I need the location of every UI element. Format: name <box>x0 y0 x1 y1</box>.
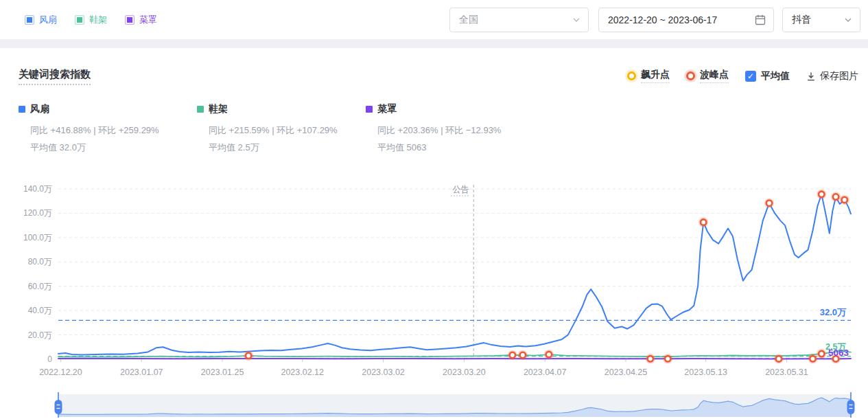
svg-text:5063: 5063 <box>828 348 849 358</box>
surge-point-icon <box>627 71 636 80</box>
svg-text:100.0万: 100.0万 <box>23 233 52 242</box>
svg-text:2023.01.25: 2023.01.25 <box>201 367 244 377</box>
panel-title: 关键词搜索指数 <box>19 68 91 85</box>
stat-card-foodcover: 菜罩 同比 +203.36% | 环比 −12.93% 平均值 5063 <box>366 103 534 156</box>
checkbox-checked-icon: ✓ <box>745 71 756 82</box>
platform-select-value: 抖音 <box>783 14 844 26</box>
series-color-swatch <box>19 106 25 113</box>
svg-text:0: 0 <box>47 354 52 364</box>
stat-average-value: 平均值 2.5万 <box>197 139 365 156</box>
keyword-label: 菜罩 <box>139 14 157 26</box>
svg-text:2023.04.07: 2023.04.07 <box>524 367 567 377</box>
calendar-icon <box>755 14 766 25</box>
svg-text:32.0万: 32.0万 <box>820 307 847 317</box>
stat-average-value: 平均值 5063 <box>366 139 534 156</box>
surge-point-legend[interactable]: 飙升点 <box>627 69 670 83</box>
checkbox-icon <box>75 15 84 25</box>
svg-text:60.0万: 60.0万 <box>28 282 52 291</box>
svg-text:140.0万: 140.0万 <box>23 184 52 194</box>
checkbox-icon <box>125 15 134 25</box>
svg-text:2023.01.07: 2023.01.07 <box>120 367 163 377</box>
chart-legend-controls: 飙升点 波峰点 ✓ 平均值 保存图片 <box>627 69 858 83</box>
chevron-down-icon <box>572 17 580 23</box>
stat-keyword-name: 菜罩 <box>377 103 397 115</box>
chevron-down-icon <box>844 17 852 23</box>
svg-text:2023.05.31: 2023.05.31 <box>765 367 808 377</box>
peak-point-icon <box>686 71 695 80</box>
stat-compare-values: 同比 +203.36% | 环比 −12.93% <box>366 122 534 139</box>
save-image-label: 保存图片 <box>820 70 858 82</box>
date-range-picker[interactable]: 2022-12-20 ~ 2023-06-17 <box>598 8 774 32</box>
date-range-value: 2022-12-20 ~ 2023-06-17 <box>599 14 755 25</box>
peak-point-label: 波峰点 <box>700 69 729 83</box>
keyword-legend: 风扇 鞋架 菜罩 <box>25 0 157 39</box>
svg-text:20.0万: 20.0万 <box>28 330 52 340</box>
svg-text:公告: 公告 <box>452 185 469 194</box>
svg-text:2023.04.25: 2023.04.25 <box>605 367 648 377</box>
svg-text:2022.12.20: 2022.12.20 <box>39 367 82 377</box>
stat-compare-values: 同比 +416.88% | 环比 +259.29% <box>19 122 187 139</box>
surge-point-label: 飙升点 <box>641 69 670 83</box>
region-select[interactable]: 全国 <box>449 8 589 32</box>
stat-card-shoerack: 鞋架 同比 +215.59% | 环比 +107.29% 平均值 2.5万 <box>197 103 365 156</box>
search-index-line-chart[interactable]: 020.0万40.0万60.0万80.0万100.0万120.0万140.0万2… <box>0 172 868 385</box>
platform-select[interactable]: 抖音 <box>782 8 860 32</box>
save-image-button[interactable]: 保存图片 <box>806 70 858 82</box>
svg-text:80.0万: 80.0万 <box>28 257 52 267</box>
series-color-swatch <box>197 106 204 113</box>
stat-card-fan: 风扇 同比 +416.88% | 环比 +259.29% 平均值 32.0万 <box>19 103 187 156</box>
checkbox-icon <box>25 15 34 25</box>
series-color-swatch <box>366 106 373 113</box>
peak-point-legend[interactable]: 波峰点 <box>686 69 729 83</box>
region-select-value: 全国 <box>450 14 572 26</box>
search-index-panel: 关键词搜索指数 飙升点 波峰点 ✓ 平均值 保存图片 <box>0 48 868 419</box>
keyword-toggle-foodcover[interactable]: 菜罩 <box>125 14 157 26</box>
download-icon <box>806 71 816 81</box>
keyword-toggle-shoerack[interactable]: 鞋架 <box>75 14 107 26</box>
keyword-toggle-fan[interactable]: 风扇 <box>25 14 57 26</box>
date-range-brush[interactable] <box>0 385 868 419</box>
top-toolbar: 风扇 鞋架 菜罩 全国 2022-12-20 ~ 2023-06-17 抖音 <box>0 0 868 40</box>
stat-average-value: 平均值 32.0万 <box>19 139 187 156</box>
svg-text:40.0万: 40.0万 <box>28 306 52 315</box>
stat-keyword-name: 风扇 <box>30 103 49 115</box>
svg-text:120.0万: 120.0万 <box>23 208 52 218</box>
stat-keyword-name: 鞋架 <box>209 103 228 115</box>
keyword-label: 鞋架 <box>89 14 107 26</box>
svg-text:2023.02.12: 2023.02.12 <box>281 367 324 377</box>
svg-text:2023.05.13: 2023.05.13 <box>684 367 727 377</box>
average-toggle[interactable]: ✓ 平均值 <box>745 70 790 82</box>
average-label: 平均值 <box>761 70 790 82</box>
stat-compare-values: 同比 +215.59% | 环比 +107.29% <box>197 122 365 139</box>
svg-text:2023.03.02: 2023.03.02 <box>362 367 405 377</box>
svg-text:2023.03.20: 2023.03.20 <box>443 367 486 377</box>
keyword-label: 风扇 <box>39 14 57 26</box>
